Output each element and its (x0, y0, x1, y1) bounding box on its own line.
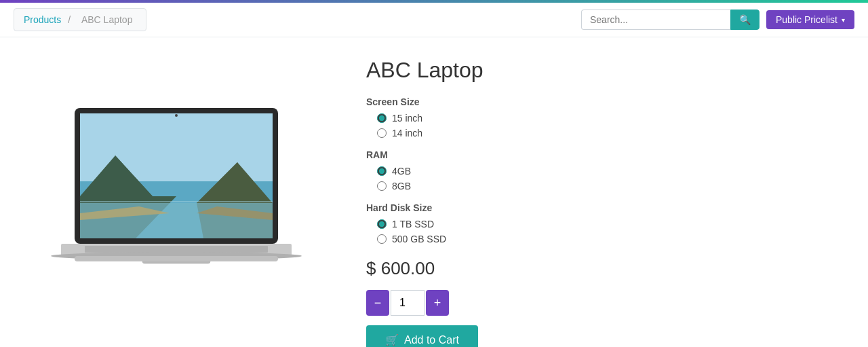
radio-15inch[interactable] (377, 113, 387, 123)
screen-size-label: Screen Size (366, 96, 854, 107)
option-8gb: 8GB (366, 181, 854, 191)
quantity-plus-button[interactable]: + (426, 290, 449, 316)
ram-label: RAM (366, 149, 854, 160)
breadcrumb-products-link[interactable]: Products (24, 14, 61, 25)
breadcrumb: Products / ABC Laptop (14, 8, 146, 31)
hard-disk-group: Hard Disk Size 1 TB SSD 500 GB SSD (366, 202, 854, 244)
radio-14inch[interactable] (377, 128, 387, 138)
label-500gb[interactable]: 500 GB SSD (392, 234, 446, 244)
cart-icon: 🛒 (385, 333, 399, 346)
radio-1tb[interactable] (377, 219, 387, 229)
svg-rect-7 (80, 203, 273, 238)
radio-8gb[interactable] (377, 181, 387, 191)
search-icon: 🔍 (739, 14, 751, 25)
hard-disk-label: Hard Disk Size (366, 202, 854, 213)
label-8gb[interactable]: 8GB (392, 181, 411, 191)
product-price: $ 600.00 (366, 258, 435, 278)
svg-rect-16 (75, 256, 278, 261)
pricelist-label: Public Pricelist (776, 14, 837, 25)
main-content: ABC Laptop Screen Size 15 inch 14 inch R… (0, 37, 868, 347)
label-4gb[interactable]: 4GB (392, 166, 411, 177)
svg-rect-13 (85, 246, 268, 253)
product-title: ABC Laptop (366, 58, 854, 83)
svg-point-11 (175, 114, 178, 117)
option-14inch: 14 inch (366, 128, 854, 139)
label-1tb[interactable]: 1 TB SSD (392, 219, 434, 230)
radio-500gb[interactable] (377, 234, 387, 244)
quantity-input[interactable] (391, 290, 425, 316)
quantity-row: − + (366, 290, 854, 316)
option-15inch: 15 inch (366, 113, 854, 124)
label-15inch[interactable]: 15 inch (392, 113, 422, 124)
ram-group: RAM 4GB 8GB (366, 149, 854, 191)
search-input[interactable] (581, 10, 730, 30)
screen-size-group: Screen Size 15 inch 14 inch (366, 96, 854, 139)
search-button[interactable]: 🔍 (730, 10, 760, 30)
radio-4gb[interactable] (377, 166, 387, 176)
product-image-area (14, 51, 339, 347)
option-500gb: 500 GB SSD (366, 234, 854, 244)
breadcrumb-current: ABC Laptop (81, 14, 133, 25)
option-4gb: 4GB (366, 166, 854, 177)
add-to-cart-label: Add to Cart (404, 334, 459, 346)
product-image (34, 101, 319, 305)
label-14inch[interactable]: 14 inch (392, 128, 422, 139)
search-wrapper: 🔍 (581, 10, 760, 30)
pricelist-button[interactable]: Public Pricelist ▾ (766, 10, 854, 29)
option-1tb: 1 TB SSD (366, 219, 854, 230)
breadcrumb-separator: / (68, 14, 71, 25)
pricelist-caret-icon: ▾ (842, 16, 845, 24)
add-to-cart-button[interactable]: 🛒 Add to Cart (366, 325, 478, 347)
product-details: ABC Laptop Screen Size 15 inch 14 inch R… (366, 51, 854, 347)
price-section: $ 600.00 (366, 258, 854, 279)
header: Products / ABC Laptop 🔍 Public Pricelist… (0, 3, 868, 37)
header-right: 🔍 Public Pricelist ▾ (581, 10, 854, 30)
quantity-minus-button[interactable]: − (366, 290, 389, 316)
